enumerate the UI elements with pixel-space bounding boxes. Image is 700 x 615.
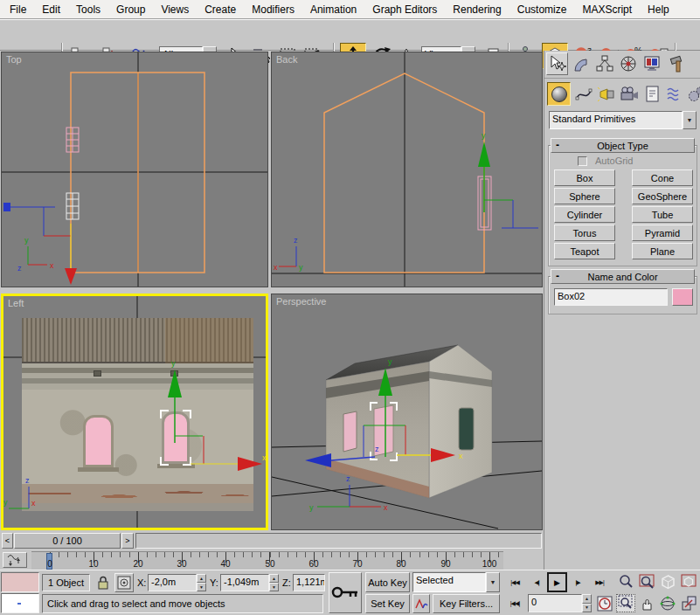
menu-edit[interactable]: Edit — [34, 1, 68, 18]
gizmo-green-arrow[interactable] — [168, 370, 182, 397]
object-type-torus-button[interactable]: Torus — [554, 225, 615, 241]
object-type-sphere-button[interactable]: Sphere — [554, 188, 615, 204]
tab-display[interactable] — [641, 52, 662, 75]
object-type-tube-button[interactable]: Tube — [632, 206, 693, 223]
viewport-back[interactable]: Back y z x y — [271, 52, 543, 287]
primitive-category-dropdown[interactable]: Standard Primitives ▼ — [549, 111, 697, 129]
current-frame-field[interactable]: 0 — [528, 594, 582, 612]
tab-modify[interactable] — [570, 52, 592, 75]
menu-customize[interactable]: Customize — [509, 1, 575, 18]
previous-frame-button[interactable]: ◀| — [528, 573, 545, 591]
frame-spinner[interactable]: ▲▼ — [582, 594, 592, 612]
tick-label: 10 — [88, 559, 98, 569]
menu-graph-editors[interactable]: Graph Editors — [364, 1, 445, 18]
object-type-cone-button[interactable]: Cone — [632, 169, 693, 186]
dropdown-arrow-icon[interactable]: ▼ — [486, 572, 500, 592]
autogrid-checkbox[interactable] — [578, 156, 587, 166]
object-type-geosphere-button[interactable]: GeoSphere — [632, 188, 693, 204]
viewport-top-label: Top — [6, 54, 22, 65]
name-color-rollout-header[interactable]: - Name and Color — [551, 269, 695, 284]
selection-lock-toggle[interactable] — [94, 574, 112, 591]
time-configuration-button[interactable] — [595, 594, 614, 612]
maxscript-mini-listener-pink[interactable] — [1, 572, 39, 592]
open-mini-curve-editor-button[interactable] — [3, 552, 27, 568]
menu-create[interactable]: Create — [197, 1, 244, 18]
tick-label: 90 — [440, 559, 450, 569]
z-coordinate-field[interactable]: 1,121m — [293, 574, 325, 591]
svg-text:x: x — [31, 499, 36, 508]
viewport-left-active[interactable]: Left — [1, 294, 268, 530]
zoom-region-button[interactable] — [616, 594, 635, 612]
x-coordinate-field[interactable]: -2,0m — [148, 574, 197, 591]
min-max-toggle-button[interactable] — [679, 594, 698, 612]
y-coordinate-field[interactable]: -1,049m — [220, 574, 269, 591]
axis-tripod: z x y — [274, 236, 303, 272]
object-color-swatch[interactable] — [672, 288, 693, 306]
menu-help[interactable]: Help — [640, 1, 677, 18]
set-keys-button[interactable] — [329, 572, 362, 613]
menu-modifiers[interactable]: Modifiers — [244, 1, 302, 18]
object-type-pyramid-button[interactable]: Pyramid — [632, 225, 693, 241]
viewport-perspective[interactable]: Perspective — [271, 294, 543, 530]
house-model[interactable] — [326, 345, 492, 498]
auto-key-button[interactable]: Auto Key — [365, 572, 410, 592]
time-slider-prev-button[interactable]: < — [2, 533, 13, 549]
go-to-start-button[interactable]: |◀◀ — [505, 573, 524, 591]
menu-tools[interactable]: Tools — [68, 1, 108, 18]
animation-set-dropdown[interactable]: Selected ▼ — [412, 572, 500, 592]
go-to-end-button[interactable]: ▶▶| — [590, 573, 609, 591]
key-filters-button[interactable]: Key Filters... — [433, 594, 500, 613]
object-type-box-button[interactable]: Box — [554, 169, 615, 186]
default-tangent-button[interactable] — [412, 594, 430, 613]
x-spinner[interactable]: ▲▼ — [197, 574, 206, 591]
key-mode-toggle-button[interactable]: |◀◀| — [505, 594, 524, 612]
viewport-back-scene: y z x y — [272, 52, 542, 287]
menu-views[interactable]: Views — [153, 1, 197, 18]
viewport-back-label: Back — [276, 54, 297, 65]
maxscript-mini-listener-white[interactable] — [1, 593, 39, 613]
zoom-all-button[interactable] — [637, 573, 656, 591]
create-shapes-button[interactable] — [573, 82, 594, 106]
time-slider-next-button[interactable]: > — [121, 533, 134, 549]
gizmo-red-arrow[interactable] — [238, 457, 262, 471]
box-wireframe[interactable] — [66, 193, 79, 219]
object-name-field[interactable]: Box02 — [554, 288, 668, 306]
time-slider-handle[interactable]: 0 / 100 — [14, 533, 121, 549]
time-slider-track[interactable] — [135, 533, 542, 549]
arc-rotate-button[interactable] — [658, 594, 677, 612]
zoom-button[interactable] — [616, 573, 635, 591]
selected-box-wireframe[interactable] — [66, 128, 79, 152]
menu-maxscript[interactable]: MAXScript — [574, 1, 640, 18]
svg-text:z: z — [25, 476, 30, 485]
zoom-extents-all-button[interactable] — [679, 573, 698, 591]
menu-group[interactable]: Group — [108, 1, 153, 18]
zoom-extents-button[interactable] — [658, 573, 677, 591]
tab-utilities[interactable] — [667, 52, 689, 75]
create-space-warps-button[interactable] — [664, 82, 685, 106]
absolute-mode-toggle[interactable] — [114, 573, 134, 592]
modify-tab-icon — [572, 54, 591, 73]
play-animation-button[interactable]: ▶ — [547, 572, 567, 592]
create-lights-button[interactable] — [597, 82, 618, 106]
next-frame-button[interactable]: |▶ — [569, 573, 586, 591]
object-type-cylinder-button[interactable]: Cylinder — [554, 206, 615, 223]
object-type-teapot-button[interactable]: Teapot — [554, 243, 615, 259]
track-bar-ruler[interactable]: 0 10 20 30 40 50 60 70 80 90 100 — [31, 551, 503, 570]
create-cameras-button[interactable] — [618, 82, 641, 106]
viewport-top[interactable]: Top y x z — [1, 52, 268, 287]
tab-create[interactable] — [546, 52, 568, 75]
object-type-plane-button[interactable]: Plane — [632, 243, 693, 259]
create-helpers-button[interactable] — [642, 82, 663, 106]
create-geometry-button[interactable] — [547, 82, 571, 106]
menu-file[interactable]: File — [2, 1, 34, 18]
tab-hierarchy[interactable] — [593, 52, 615, 75]
menu-rendering[interactable]: Rendering — [445, 1, 509, 18]
set-key-button[interactable]: Set Key — [365, 594, 410, 613]
y-spinner[interactable]: ▲▼ — [269, 574, 279, 591]
pan-button[interactable] — [637, 594, 656, 612]
tab-motion[interactable] — [617, 52, 639, 75]
object-type-rollout-header[interactable]: - Object Type — [551, 138, 695, 153]
dropdown-arrow-icon[interactable]: ▼ — [683, 111, 697, 129]
menu-animation[interactable]: Animation — [302, 1, 364, 18]
create-systems-button[interactable] — [687, 82, 700, 106]
